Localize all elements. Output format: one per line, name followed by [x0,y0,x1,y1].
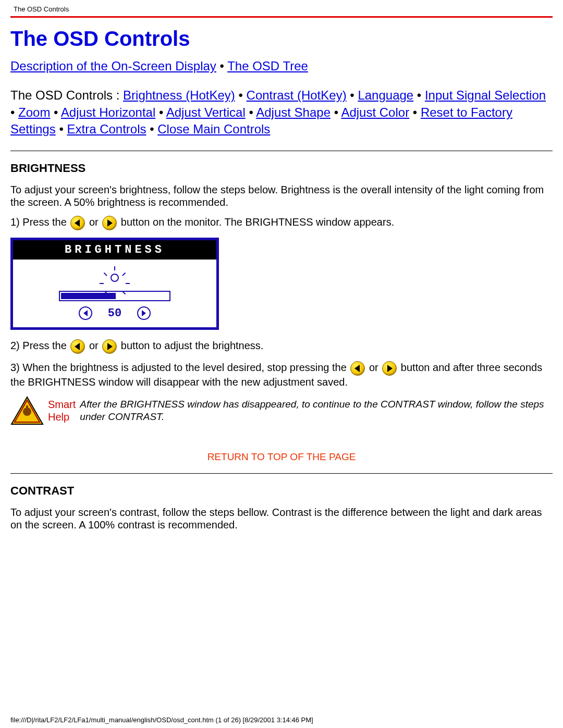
link-osd-tree[interactable]: The OSD Tree [227,59,308,73]
link-adj-color[interactable]: Adjust Color [341,105,409,119]
brightness-intro: To adjust your screen's brightness, foll… [10,183,553,209]
divider [10,151,553,151]
page-title: The OSD Controls [10,27,553,51]
footer-filepath: file:///D|/rita/LF2/LF2/LFa1/multi_manua… [10,716,313,724]
link-extra[interactable]: Extra Controls [67,122,146,136]
sun-icon [107,270,123,286]
right-arrow-icon [102,216,117,230]
osd-progress-fill [61,293,116,299]
nav-line-2: The OSD Controls : Brightness (HotKey) •… [10,87,553,138]
brightness-step-2: 2) Press the or button to adjust the bri… [10,339,553,354]
osd-progress-bar [59,291,170,301]
svg-rect-3 [26,405,28,411]
link-adj-shape[interactable]: Adjust Shape [256,105,331,119]
divider-red [10,16,553,18]
return-to-top: RETURN TO TOP OF THE PAGE [10,451,553,463]
link-contrast[interactable]: Contrast (HotKey) [247,88,347,102]
osd-value: 50 [108,307,121,320]
brightness-step-1: 1) Press the or button on the monitor. T… [10,216,553,230]
smart-help-label: Smart Help [48,398,76,423]
heading-contrast: CONTRAST [10,484,553,498]
left-arrow-icon [350,361,365,376]
link-adj-horizontal[interactable]: Adjust Horizontal [61,105,155,119]
link-close-main[interactable]: Close Main Controls [157,122,270,136]
link-brightness[interactable]: Brightness (HotKey) [123,88,235,102]
link-desc-osd[interactable]: Description of the On-Screen Display [10,59,216,73]
osd-header: BRIGHTNESS [13,240,216,260]
warning-icon [10,396,44,425]
nav-prefix: The OSD Controls : [10,88,123,102]
osd-right-arrow-icon [137,306,151,320]
smart-help-text: After the BRIGHTNESS window has disappea… [80,398,553,423]
divider [10,473,553,474]
right-arrow-icon [102,339,117,354]
link-zoom[interactable]: Zoom [18,105,50,119]
link-adj-vertical[interactable]: Adjust Vertical [166,105,246,119]
link-language[interactable]: Language [358,88,413,102]
left-arrow-icon [70,216,85,230]
return-to-top-link[interactable]: RETURN TO TOP OF THE PAGE [207,451,356,462]
contrast-intro: To adjust your screen's contrast, follow… [10,506,553,532]
right-arrow-icon [382,361,397,376]
left-arrow-icon [70,339,85,354]
heading-brightness: BRIGHTNESS [10,162,553,175]
nav-line-1: Description of the On-Screen Display • T… [10,58,553,75]
link-input-signal[interactable]: Input Signal Selection [425,88,546,102]
brightness-step-3: 3) When the brightness is adjusted to th… [10,361,553,388]
osd-brightness-window: BRIGHTNESS 50 [10,238,219,330]
osd-left-arrow-icon [79,306,92,320]
smart-help: Smart Help After the BRIGHTNESS window h… [10,396,553,425]
header-title: The OSD Controls [10,0,553,16]
